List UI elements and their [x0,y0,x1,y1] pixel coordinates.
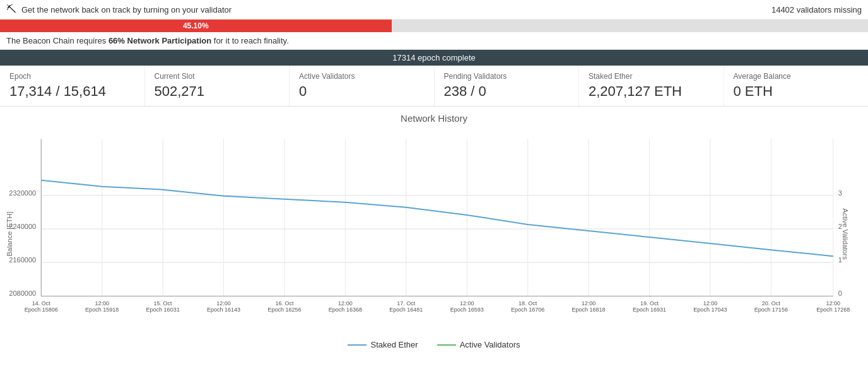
progress-bar: 45.10% [0,20,392,32]
svg-text:Epoch 16143: Epoch 16143 [207,307,240,313]
svg-text:18. Oct: 18. Oct [519,300,537,307]
svg-text:Epoch 16368: Epoch 16368 [329,307,362,313]
participation-prefix: The Beacon Chain requires [6,36,108,45]
svg-text:16. Oct: 16. Oct [275,300,294,307]
svg-text:Epoch 16481: Epoch 16481 [389,307,423,313]
svg-text:2320000: 2320000 [9,189,36,197]
network-history-chart: 2080000 2160000 2240000 2320000 0 1 2 3 … [3,127,865,335]
progress-container: 45.10% [0,20,868,32]
active-validators-label: Active Validators [460,340,520,349]
active-validators-line-icon [437,344,456,346]
epoch-banner-text: 17314 epoch complete [392,53,476,62]
progress-label: 45.10% [183,21,209,30]
svg-text:Epoch 17268: Epoch 17268 [816,307,850,313]
svg-text:12:00: 12:00 [95,300,109,307]
participation-note: The Beacon Chain requires 66% Network Pa… [0,32,868,50]
svg-text:Epoch 16818: Epoch 16818 [572,307,606,313]
svg-text:Epoch 15806: Epoch 15806 [25,307,58,313]
svg-text:3: 3 [838,189,842,197]
svg-text:20. Oct: 20. Oct [762,300,781,307]
staked-ether-label: Staked Ether [370,340,418,349]
stat-current-slot: Current Slot 502,271 [145,66,290,106]
stats-row: Epoch 17,314 / 15,614 Current Slot 502,2… [0,66,868,107]
stat-value-active: 0 [299,83,425,100]
validators-missing: 14402 validators missing [771,5,862,15]
chart-section: Network History 2080000 2160000 2240000 … [0,107,868,353]
svg-text:17. Oct: 17. Oct [397,300,416,307]
stat-label-pending: Pending Validators [444,72,570,81]
svg-text:15. Oct: 15. Oct [154,300,173,307]
svg-text:Epoch 16593: Epoch 16593 [450,307,484,313]
svg-text:Epoch 16931: Epoch 16931 [633,307,666,313]
svg-text:Epoch 16256: Epoch 16256 [267,307,301,313]
stat-value-slot: 502,271 [155,83,280,100]
epoch-banner: 17314 epoch complete [0,50,868,66]
stat-average-balance: Average Balance 0 ETH [724,66,869,106]
validator-icon: ⛏ [6,4,16,15]
svg-text:12:00: 12:00 [703,300,718,307]
svg-text:Active Validators: Active Validators [842,208,849,260]
svg-text:Balance [ETH]: Balance [ETH] [6,211,13,256]
alert-message: Get the network back on track by turning… [21,5,771,15]
stat-value-epoch: 17,314 / 15,614 [9,83,135,100]
svg-text:12:00: 12:00 [216,300,231,307]
participation-highlight: 66% Network Participation [108,36,211,45]
svg-text:Epoch 17043: Epoch 17043 [693,307,727,313]
participation-suffix: for it to reach finality. [211,36,289,45]
legend-active-validators: Active Validators [437,340,520,349]
stat-value-staked: 2,207,127 ETH [589,83,714,100]
svg-text:12:00: 12:00 [582,300,596,307]
alert-bar: ⛏ Get the network back on track by turni… [0,0,868,20]
stat-label-staked: Staked Ether [589,72,714,81]
svg-text:Epoch 15918: Epoch 15918 [85,307,119,313]
staked-ether-line-icon [348,344,367,346]
stat-epoch: Epoch 17,314 / 15,614 [0,66,145,106]
stat-value-pending: 238 / 0 [444,83,570,100]
svg-text:2160000: 2160000 [9,256,36,264]
chart-title: Network History [3,113,865,124]
stat-pending-validators: Pending Validators 238 / 0 [435,66,580,106]
svg-text:19. Oct: 19. Oct [640,300,659,307]
legend-staked-ether: Staked Ether [348,340,418,349]
svg-text:2080000: 2080000 [9,289,36,297]
svg-text:12:00: 12:00 [338,300,353,307]
svg-text:Epoch 16706: Epoch 16706 [511,307,544,313]
stat-label-slot: Current Slot [155,72,280,81]
stat-value-balance: 0 ETH [734,83,859,100]
stat-staked-ether: Staked Ether 2,207,127 ETH [579,66,724,106]
svg-text:Epoch 16031: Epoch 16031 [146,307,180,313]
svg-text:12:00: 12:00 [826,300,840,307]
chart-wrapper: 2080000 2160000 2240000 2320000 0 1 2 3 … [3,127,865,335]
svg-text:12:00: 12:00 [460,300,474,307]
stat-active-validators: Active Validators 0 [290,66,435,106]
stat-label-epoch: Epoch [9,72,135,81]
svg-text:Epoch 17156: Epoch 17156 [754,307,788,313]
stat-label-balance: Average Balance [734,72,859,81]
svg-text:0: 0 [838,289,842,297]
chart-legend: Staked Ether Active Validators [3,335,865,353]
stat-label-active: Active Validators [299,72,425,81]
svg-text:14. Oct: 14. Oct [32,300,51,307]
